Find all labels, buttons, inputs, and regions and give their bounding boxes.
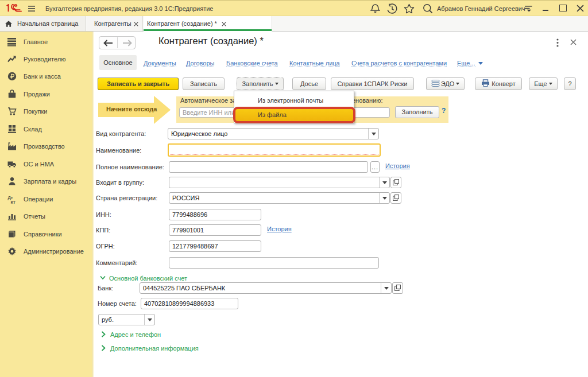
svg-text:Кт: Кт xyxy=(11,199,16,204)
